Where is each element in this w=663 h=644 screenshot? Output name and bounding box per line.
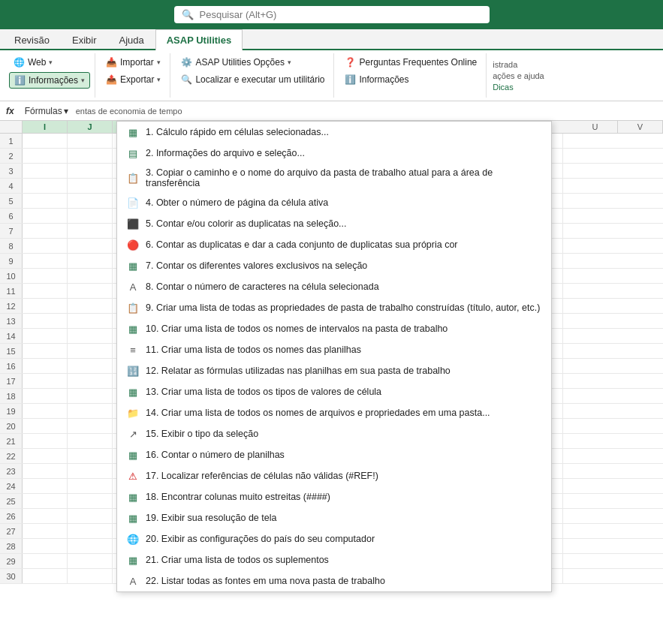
grid-cell[interactable] <box>68 164 113 178</box>
list-item[interactable]: ↗15. Exibir o tipo da seleção <box>117 423 551 444</box>
list-item[interactable]: 🔴6. Contar as duplicatas e dar a cada co… <box>117 234 551 255</box>
grid-cell[interactable] <box>23 404 68 418</box>
list-item[interactable]: 📁14. Criar uma lista de todos os nomes d… <box>117 402 551 423</box>
list-item[interactable]: 🌐20. Exibir as configurações do país do … <box>117 528 551 549</box>
grid-cell[interactable] <box>23 179 68 193</box>
grid-cell[interactable] <box>23 284 68 298</box>
btn-importar[interactable]: 📥 Importar ▾ <box>101 55 165 70</box>
grid-cell[interactable] <box>68 299 113 313</box>
list-item[interactable]: ▦10. Criar uma lista de todos os nomes d… <box>117 318 551 339</box>
grid-cell[interactable] <box>68 524 113 538</box>
grid-cell[interactable] <box>68 254 113 268</box>
grid-cell[interactable] <box>23 194 68 208</box>
grid-cell[interactable] <box>23 419 68 433</box>
grid-cell[interactable] <box>23 224 68 238</box>
list-item[interactable]: ▦1. Cálculo rápido em células selecionad… <box>117 122 551 143</box>
grid-cell[interactable] <box>68 194 113 208</box>
grid-cell[interactable] <box>68 224 113 238</box>
list-item[interactable]: ▤2. Informações do arquivo e seleção... <box>117 143 551 164</box>
list-item[interactable]: ⬛5. Contar e/ou colorir as duplicatas na… <box>117 213 551 234</box>
grid-cell[interactable] <box>68 479 113 493</box>
list-item[interactable]: 🔢12. Relatar as fórmulas utilizadas nas … <box>117 360 551 381</box>
grid-cell[interactable] <box>23 464 68 478</box>
list-item[interactable]: ▦21. Criar uma lista de todos os supleme… <box>117 549 551 570</box>
search-bar: 🔍 <box>0 0 663 29</box>
list-item[interactable]: ⚠17. Localizar referências de células nã… <box>117 465 551 486</box>
grid-cell[interactable] <box>23 494 68 508</box>
grid-cell[interactable] <box>23 329 68 343</box>
grid-cell[interactable] <box>68 329 113 343</box>
grid-cell[interactable] <box>23 269 68 283</box>
grid-cell[interactable] <box>23 134 68 148</box>
list-item[interactable]: ≡11. Criar uma lista de todos os nomes d… <box>117 339 551 360</box>
list-item[interactable]: A8. Contar o número de caracteres na cél… <box>117 276 551 297</box>
list-item[interactable]: ▦19. Exibir sua resolução de tela <box>117 507 551 528</box>
grid-cell[interactable] <box>23 434 68 448</box>
btn-exportar[interactable]: 📤 Exportar ▾ <box>101 72 165 87</box>
grid-cell[interactable] <box>68 344 113 358</box>
formulas-icon: 🔢 <box>126 364 140 378</box>
btn-perguntas[interactable]: ❓ Perguntas Frequentes Online <box>340 55 481 70</box>
search-wrapper[interactable]: 🔍 <box>174 6 490 23</box>
grid-cell[interactable] <box>23 374 68 388</box>
grid-cell[interactable] <box>68 359 113 373</box>
grid-cell[interactable] <box>23 449 68 463</box>
grid-cell[interactable] <box>68 284 113 298</box>
grid-cell[interactable] <box>68 209 113 223</box>
grid-cell[interactable] <box>68 269 113 283</box>
btn-web[interactable]: 🌐 Web ▾ <box>9 55 57 70</box>
tab-asap[interactable]: ASAP Utilities <box>155 29 243 50</box>
grid-cell[interactable] <box>68 449 113 463</box>
grid-cell[interactable] <box>68 539 113 553</box>
grid-cell[interactable] <box>23 344 68 358</box>
grid-cell[interactable] <box>23 209 68 223</box>
grid-cell[interactable] <box>23 149 68 163</box>
grid-cell[interactable] <box>68 509 113 523</box>
tab-ajuda[interactable]: Ajuda <box>107 29 155 50</box>
grid-cell[interactable] <box>23 479 68 493</box>
tab-exibir[interactable]: Exibir <box>61 29 108 50</box>
grid-cell[interactable] <box>23 359 68 373</box>
grid-cell[interactable] <box>23 164 68 178</box>
grid-cell[interactable] <box>23 509 68 523</box>
grid-cell[interactable] <box>23 524 68 538</box>
grid-cell[interactable] <box>68 239 113 253</box>
search-input[interactable] <box>200 9 482 20</box>
grid-cell[interactable] <box>68 419 113 433</box>
list-item[interactable]: 📋9. Criar uma lista de todas as propried… <box>117 297 551 318</box>
list-item[interactable]: ▦7. Contar os diferentes valores exclusi… <box>117 255 551 276</box>
list-item[interactable]: ▦16. Contar o número de planilhas <box>117 444 551 465</box>
btn-info-right[interactable]: ℹ️ Informações <box>340 72 413 87</box>
grid-cell[interactable] <box>68 134 113 148</box>
grid-cell[interactable] <box>23 389 68 403</box>
grid-cell[interactable] <box>68 434 113 448</box>
formulas-button[interactable]: Fórmulas ▾ <box>22 106 71 116</box>
grid-cell[interactable] <box>23 314 68 328</box>
grid-cell[interactable] <box>23 299 68 313</box>
grid-cell[interactable] <box>68 569 113 583</box>
grid-cell[interactable] <box>23 539 68 553</box>
btn-informacoes[interactable]: ℹ️ Informações ▾ <box>9 72 90 89</box>
grid-cell[interactable] <box>68 374 113 388</box>
grid-cell[interactable] <box>68 149 113 163</box>
grid-cell[interactable] <box>68 464 113 478</box>
grid-cell[interactable] <box>23 239 68 253</box>
grid-cell[interactable] <box>68 494 113 508</box>
grid-cell[interactable] <box>68 389 113 403</box>
list-item[interactable]: 📋3. Copiar o caminho e o nome do arquivo… <box>117 164 551 192</box>
list-item[interactable]: 📄4. Obter o número de página da célula a… <box>117 192 551 213</box>
grid-cell[interactable] <box>68 554 113 568</box>
grid-cell[interactable] <box>23 554 68 568</box>
grid-cell[interactable] <box>68 404 113 418</box>
list-item[interactable]: A22. Listar todas as fontes em uma nova … <box>117 570 551 591</box>
grid-cell[interactable] <box>23 254 68 268</box>
fx-button[interactable]: fx <box>3 106 17 116</box>
tab-revisao[interactable]: Revisão <box>3 29 61 50</box>
btn-asap-opcoes[interactable]: ⚙️ ASAP Utilities Opções ▾ <box>176 55 296 70</box>
grid-cell[interactable] <box>68 314 113 328</box>
btn-localizar[interactable]: 🔍 Localizar e executar um utilitário <box>176 72 329 87</box>
list-item[interactable]: ▦18. Encontrar colunas muito estreitas (… <box>117 486 551 507</box>
list-item[interactable]: ▦13. Criar uma lista de todos os tipos d… <box>117 381 551 402</box>
grid-cell[interactable] <box>23 569 68 583</box>
grid-cell[interactable] <box>68 179 113 193</box>
